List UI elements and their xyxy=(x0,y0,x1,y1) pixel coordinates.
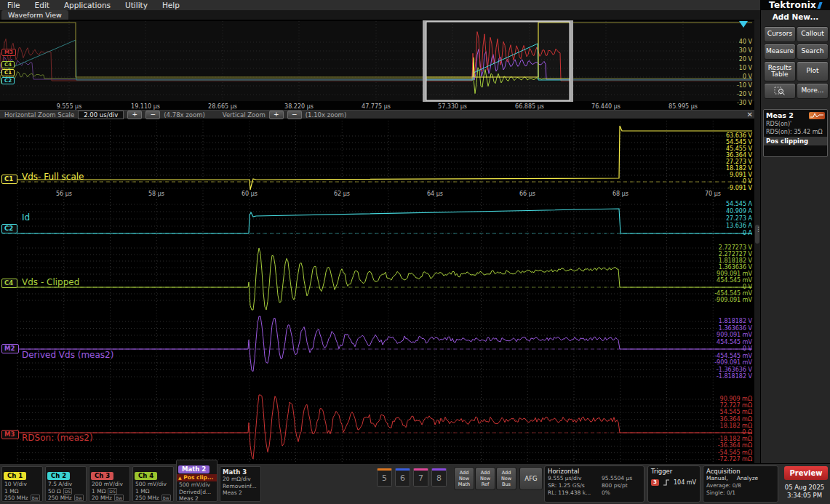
meas2-results-badge[interactable]: Meas 2 RDS(on)'RDS(on): 35.42 mΩ Pos cli… xyxy=(763,109,828,157)
zoom-plot[interactable] xyxy=(0,119,754,463)
overview-badge-c4[interactable]: C4 xyxy=(1,61,15,68)
splitter-grip-icon[interactable]: ⋮ xyxy=(755,225,759,244)
waveform-overview[interactable]: 40 V30 V20 V10 V0 V-10 V-20 V-30 V9.555 … xyxy=(0,20,760,110)
channel-button-8[interactable]: 8 xyxy=(431,468,447,487)
preview-button[interactable]: Preview xyxy=(784,466,828,480)
sidebar-button-measure[interactable]: Measure xyxy=(764,44,796,60)
zoom-window-background xyxy=(426,21,570,101)
overview-axis-label: 20 V xyxy=(679,56,752,63)
ds-tag-icon: DS xyxy=(63,488,72,495)
zoom-reset-icon xyxy=(774,86,786,96)
sidebar-button-results-table[interactable]: Results Table xyxy=(764,61,796,81)
overview-time-label: 38.220 µs xyxy=(283,103,315,110)
math-setting-row: Meas 2 xyxy=(220,489,260,497)
channel-button-7[interactable]: 7 xyxy=(413,468,428,487)
channel-badge-c1[interactable]: C1 xyxy=(1,175,17,184)
overview-axis-label: 40 V xyxy=(679,39,752,46)
channel-settings-badge-ch1[interactable]: Ch 110 V/div1 MΩ250 MHzBw xyxy=(1,466,43,502)
menu-item-edit[interactable]: Edit xyxy=(35,1,49,9)
trigger-position-icon[interactable] xyxy=(739,21,748,28)
math-settings-badge-math2[interactable]: Math 2▲ Pos clip...500 mV/divDerived[d..… xyxy=(176,460,218,502)
setting-value: 0% xyxy=(602,489,610,497)
channel-settings-badge-ch4[interactable]: Ch 4500 mV/div1 MΩ250 MHzBw xyxy=(132,466,174,502)
meas2-row: RDS(on)' xyxy=(764,120,827,128)
overview-plot[interactable] xyxy=(0,20,754,103)
meas2-source-chip[interactable] xyxy=(809,112,825,119)
zoom-close-icon[interactable]: ✕ xyxy=(747,111,753,119)
sidebar-button-zoom-reset[interactable] xyxy=(764,83,796,99)
channel-setting-row: 250 MHzBw xyxy=(2,495,42,502)
overview-time-label: 57.330 µs xyxy=(436,103,468,110)
zoomed-waveform-area[interactable] xyxy=(0,119,754,463)
math-clipping-warning: ▲ Pos clip... xyxy=(177,474,217,481)
channel-setting-row: 200 mV/div xyxy=(89,481,129,488)
overview-time-label: 76.440 µs xyxy=(590,103,622,110)
horizontal-zoom-scale-value[interactable]: 2.00 us/div xyxy=(78,111,124,119)
trace-m3-rdson xyxy=(17,395,752,459)
meas2-row: RDS(on): 35.42 mΩ xyxy=(764,128,827,136)
channel-button-6[interactable]: 6 xyxy=(395,468,410,487)
horizontal-zoom-plus-button[interactable]: + xyxy=(127,111,142,119)
trigger-settings-badge[interactable]: Trigger 3 104 mV xyxy=(647,465,701,503)
overview-badge-m3[interactable]: M3 xyxy=(1,49,16,56)
setting-value: 9.555 µs/div xyxy=(548,475,602,482)
setting-value: 20 MHz xyxy=(92,495,112,501)
vertical-zoom-minus-button[interactable]: − xyxy=(287,111,302,119)
add-new-bus-button[interactable]: AddNewBus xyxy=(496,467,516,490)
vertical-zoom-plus-button[interactable]: + xyxy=(269,111,284,119)
trace-c1-vds-full-scale xyxy=(17,126,752,190)
sidebar-button-callout[interactable]: Callout xyxy=(797,26,829,42)
channel-button-5[interactable]: 5 xyxy=(377,468,392,487)
menu-bar: FileEditApplicationsUtilityHelp xyxy=(0,0,760,10)
afg-button[interactable]: AFG xyxy=(519,467,543,490)
math-chip: Math 3 xyxy=(220,467,260,476)
trigger-source-badge[interactable]: 3 xyxy=(651,479,659,486)
menu-item-applications[interactable]: Applications xyxy=(64,1,111,9)
channel-badge-c4[interactable]: C4 xyxy=(1,279,17,288)
horizontal-setting-row: 9.555 µs/div95.5504 µs xyxy=(545,475,644,482)
zoom-window-left-handle xyxy=(423,20,426,102)
overview-axis-label: 0 V xyxy=(679,73,752,81)
overview-badge-c2[interactable]: C2 xyxy=(1,77,15,84)
date-value: 05 Aug 2025 xyxy=(780,484,829,492)
sidebar-button-search[interactable]: Search xyxy=(797,44,829,60)
math-setting-row: Derived[d... xyxy=(177,489,217,496)
sidebar-button-cursors[interactable]: Cursors xyxy=(764,26,796,42)
setting-value: RL: 119.438 k... xyxy=(548,489,602,497)
menu-item-utility[interactable]: Utility xyxy=(125,1,148,9)
acquisition-mode2: Analyze xyxy=(737,475,759,482)
channel-settings-badge-ch3[interactable]: Ch 3200 mV/div1 MΩDS20 MHzBw xyxy=(89,466,130,502)
vertical-zoom-factor: (1.10x zoom) xyxy=(306,111,346,119)
setting-value: 250 MHz xyxy=(4,495,28,501)
channel-setting-row: 10 V/div xyxy=(2,481,42,488)
channel-badge-m2[interactable]: M2 xyxy=(1,344,19,353)
acquisition-settings-badge[interactable]: Acquisition Manual, Analyze Average: 0/8… xyxy=(703,465,778,503)
meas2-title: Meas 2 xyxy=(766,111,794,119)
overview-time-label: 28.665 µs xyxy=(207,103,239,110)
horizontal-zoom-minus-button[interactable]: − xyxy=(145,111,160,119)
sidebar-button-more-[interactable]: More... xyxy=(797,83,829,99)
channel-badge-m3[interactable]: M3 xyxy=(1,430,19,439)
menu-item-help[interactable]: Help xyxy=(162,1,180,9)
channel-setting-row: 50 ΩDS xyxy=(46,488,86,495)
menu-item-file[interactable]: File xyxy=(7,1,20,9)
trace-c2-id xyxy=(17,209,752,233)
channel-setting-row: 500 mV/div xyxy=(133,481,173,488)
ds-tag-icon: DS xyxy=(108,488,116,495)
tab-waveform-view[interactable]: Waveform View xyxy=(1,10,68,20)
bw-tag-icon: Bw xyxy=(74,495,84,501)
bw-tag-icon: Bw xyxy=(114,495,124,501)
sidebar-button-plot[interactable]: Plot xyxy=(797,61,829,81)
panel-splitter[interactable]: ⋮ xyxy=(754,20,760,463)
add-new-math-button[interactable]: AddNewMath xyxy=(454,467,474,490)
math-settings-badge-math3[interactable]: Math 320 mΩ/divRemoveinf...Meas 2 xyxy=(220,466,261,502)
channel-badge-c2[interactable]: C2 xyxy=(1,224,17,233)
horizontal-settings-badge[interactable]: Horizontal 9.555 µs/div95.5504 µsSR: 1.2… xyxy=(544,465,645,503)
overview-badge-c1[interactable]: C1 xyxy=(1,69,15,76)
overview-time-label: 19.110 µs xyxy=(129,103,161,110)
waveform-thumb-icon xyxy=(810,112,824,119)
math-chip: Math 2 xyxy=(178,465,210,473)
add-new-ref-button[interactable]: AddNewRef xyxy=(475,467,495,490)
trigger-level-value: 104 mV xyxy=(674,479,696,486)
channel-settings-badge-ch2[interactable]: Ch 27.5 A/div50 ΩDS250 MHzBw xyxy=(45,466,87,502)
